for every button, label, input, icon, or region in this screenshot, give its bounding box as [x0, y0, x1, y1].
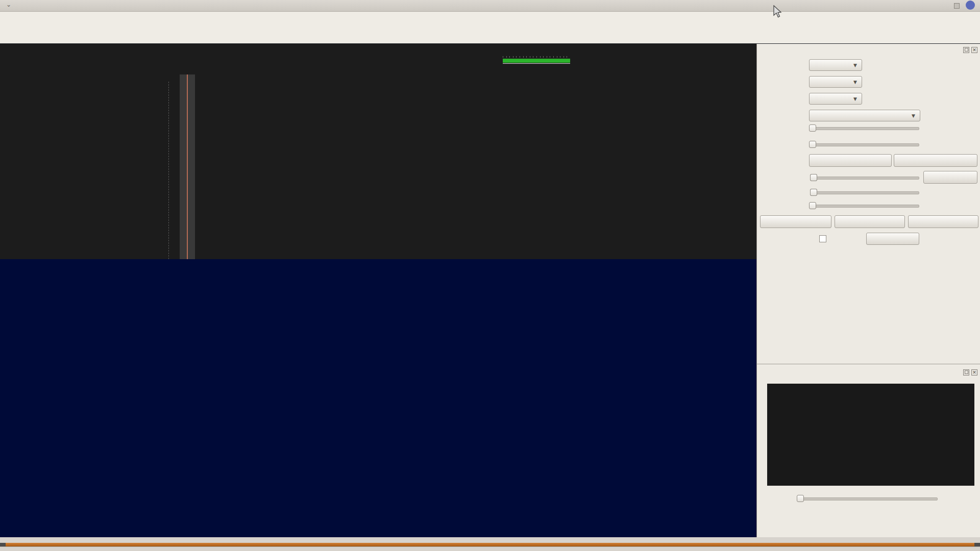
close-button[interactable] — [966, 1, 975, 10]
waterfall[interactable] — [0, 259, 756, 537]
chevron-down-icon: ▼ — [912, 113, 920, 118]
center-button[interactable] — [835, 215, 905, 228]
window-combo[interactable]: ▼ — [809, 110, 920, 121]
white-checkbox[interactable] — [819, 235, 826, 242]
demod-center-line[interactable] — [187, 74, 188, 259]
meter-baseline — [503, 63, 570, 64]
audio-fft-plot — [767, 384, 974, 486]
slider-handle[interactable] — [809, 141, 816, 148]
slider-handle[interactable] — [797, 495, 804, 502]
dock-tabbar — [757, 351, 980, 364]
waterfall-canvas[interactable] — [0, 259, 756, 537]
float-dock-icon[interactable] — [963, 369, 969, 375]
menubar — [0, 12, 980, 25]
averaging-slider[interactable] — [809, 124, 919, 132]
freq-zoom-slider[interactable] — [809, 202, 919, 210]
slider-handle[interactable] — [809, 202, 816, 209]
restore-button[interactable] — [954, 3, 960, 9]
audio-spectrum-canvas — [767, 384, 974, 460]
rate-combo[interactable]: ▼ — [809, 76, 862, 88]
meter-level-bar — [503, 59, 570, 63]
chevron-down-icon: ▼ — [853, 96, 862, 102]
audio-waterfall-canvas — [767, 460, 974, 486]
chevron-down-icon: ▼ — [853, 63, 862, 68]
close-dock-icon[interactable]: ✕ — [971, 369, 977, 375]
bottom-accent-bar — [0, 543, 980, 546]
pandapter-waterfall-split-slider[interactable] — [809, 140, 919, 148]
peak-detect-button[interactable] — [809, 154, 892, 167]
close-dock-icon[interactable]: ✕ — [971, 47, 977, 53]
spectrum-canvas[interactable] — [0, 44, 756, 259]
chevron-down-icon: ⌄ — [6, 1, 11, 8]
lock-button[interactable] — [923, 171, 977, 184]
audio-gain-slider[interactable] — [797, 494, 938, 503]
meter-track — [503, 59, 570, 63]
reset-button[interactable] — [760, 215, 831, 228]
fft-size-combo[interactable]: ▼ — [809, 59, 862, 71]
toolbar — [0, 25, 980, 44]
meter-minor-ticks — [503, 56, 570, 58]
time-span-combo[interactable]: ▼ — [809, 93, 862, 105]
audio-buttons-row — [766, 507, 973, 520]
bookmark-frequency-line — [168, 82, 169, 259]
peak-hold-button[interactable] — [894, 154, 977, 167]
waterfall-db-range-slider[interactable] — [810, 188, 919, 196]
titlebar: ⌄ — [0, 0, 980, 12]
slider-handle-high[interactable] — [810, 189, 817, 196]
pandapter[interactable] — [0, 44, 756, 259]
slider-handle[interactable] — [809, 124, 816, 132]
right-panel: ✕ ▼ ▼ ▼ ▼ — [756, 44, 980, 543]
chevron-down-icon: ▼ — [853, 80, 862, 85]
dbfs-meter — [499, 48, 574, 74]
bottom-divider — [0, 546, 980, 547]
pandapter-db-range-slider[interactable] — [810, 173, 919, 182]
fill-button[interactable] — [866, 233, 919, 245]
gqrx-window: ⌄ ✕ — [0, 0, 980, 551]
resize-corner-right[interactable] — [974, 543, 980, 546]
bottom-strip — [0, 537, 980, 551]
slider-handle-high[interactable] — [810, 174, 817, 181]
resize-corner-left[interactable] — [0, 543, 6, 546]
demod-button[interactable] — [908, 215, 978, 228]
float-dock-icon[interactable] — [963, 47, 969, 53]
